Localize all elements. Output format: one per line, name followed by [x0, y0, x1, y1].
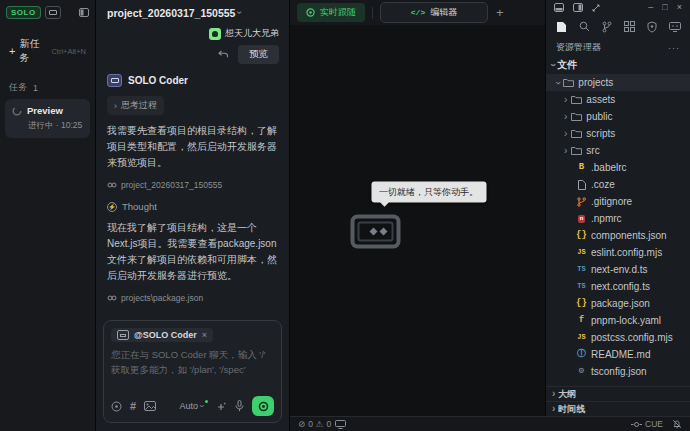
folder-name: public	[586, 111, 612, 122]
chat-input[interactable]	[111, 347, 274, 391]
add-tab-button[interactable]: +	[496, 5, 504, 20]
tree-file[interactable]: B.babelrc	[546, 159, 690, 176]
thinking-status: 思考中 ...	[107, 313, 278, 314]
notifications-muted-icon[interactable]	[672, 419, 682, 429]
file-reference-1[interactable]: project_20260317_150555	[107, 180, 278, 190]
enhance-prompt-icon[interactable]	[216, 401, 227, 412]
folder-icon	[571, 95, 582, 104]
folder-name: src	[586, 145, 599, 156]
file-reference-2[interactable]: projects\package.json	[107, 293, 278, 303]
tree-folder[interactable]: ›src	[546, 142, 690, 159]
assistant-message-1: 我需要先查看项目的根目录结构，了解项目类型和配置，然后启动开发服务器来预览项目。	[107, 123, 278, 171]
chevron-right-icon: ›	[564, 146, 567, 156]
tree-file[interactable]: fpnpm-lock.yaml	[546, 312, 690, 329]
toggle-panel-icon[interactable]	[554, 3, 564, 12]
microphone-icon[interactable]	[235, 400, 244, 412]
file-icon: ⓘ	[576, 350, 587, 359]
send-button[interactable]	[252, 396, 274, 416]
thought-icon: ⚡	[107, 202, 117, 212]
window-controls: – □ ×	[546, 0, 690, 15]
folder-icon	[563, 78, 574, 87]
tree-file[interactable]: {}package.json	[546, 295, 690, 312]
task-item-preview[interactable]: Preview 进行中 · 10:25	[5, 99, 90, 138]
source-control-icon[interactable]	[602, 21, 612, 33]
explorer-panel: – □ ×	[545, 0, 690, 416]
tree-file[interactable]: TSnext-env.d.ts	[546, 261, 690, 278]
chat-header[interactable]: project_20260317_150555 ›	[96, 0, 289, 25]
chevron-down-icon: ›	[197, 405, 207, 408]
new-task-shortcut: Ctrl+Alt+N	[51, 47, 86, 56]
tree-file[interactable]: .gitignore	[546, 193, 690, 210]
tree-file[interactable]: JSpostcss.config.mjs	[546, 329, 690, 346]
debug-icon[interactable]	[647, 21, 657, 33]
file-name: postcss.config.mjs	[591, 332, 673, 343]
tree-file[interactable]: {}components.json	[546, 227, 690, 244]
tree-folder[interactable]: ›assets	[546, 91, 690, 108]
close-icon[interactable]: ×	[202, 330, 207, 340]
problems-indicator[interactable]: ⊘ 0 ⚠ 0	[298, 419, 331, 429]
model-selector[interactable]: Auto ›	[179, 401, 208, 411]
user-account[interactable]: 想天儿大兄弟	[96, 25, 289, 40]
explorer-icon[interactable]	[556, 21, 567, 33]
folder-icon	[571, 129, 582, 138]
spinner-icon	[12, 106, 22, 116]
timeline-section[interactable]: › 时间线	[546, 401, 690, 416]
remote-window-icon[interactable]	[669, 22, 681, 32]
chevron-right-icon: ›	[564, 112, 567, 122]
folder-name: projects	[578, 77, 613, 88]
tools-icon[interactable]	[111, 401, 122, 412]
chat-messages: SOLO Coder › 思考过程 我需要先查看项目的根目录结构，了解项目类型和…	[96, 64, 289, 314]
tab-live-follow[interactable]: 实时跟随	[297, 3, 365, 22]
layout-expand-icon[interactable]	[592, 4, 600, 12]
tree-folder[interactable]: ›scripts	[546, 125, 690, 142]
chat-input-card: @SOLO Coder × # Auto ›	[103, 320, 282, 424]
file-name: next.config.ts	[591, 281, 650, 292]
files-section-header[interactable]: › 文件	[546, 56, 690, 74]
tree-file[interactable]: n.npmrc	[546, 210, 690, 227]
preview-button[interactable]: 预览	[238, 45, 279, 64]
tree-file[interactable]: JSeslint.config.mjs	[546, 244, 690, 261]
new-task-button[interactable]: + 新任务 Ctrl+Alt+N	[6, 33, 89, 69]
chevron-right-icon: ›	[114, 101, 117, 111]
task-status: 进行中 · 10:25	[28, 120, 83, 132]
app-sidebar: SOLO + 新任务 Ctrl+Alt+N 任务 1 Preview 进行中 ·…	[0, 0, 96, 431]
thinking-process-chip[interactable]: › 思考过程	[107, 96, 164, 115]
context-icon[interactable]: #	[130, 400, 136, 412]
file-name: next-env.d.ts	[591, 264, 648, 275]
close-button[interactable]: ×	[677, 3, 682, 12]
ports-icon[interactable]	[335, 420, 346, 429]
live-dot-icon	[306, 8, 315, 17]
extensions-icon[interactable]	[624, 21, 635, 32]
more-actions-icon[interactable]: ···	[668, 43, 680, 53]
file-name: eslint.config.mjs	[591, 247, 662, 258]
tree-folder[interactable]: ›public	[546, 108, 690, 125]
tree-file[interactable]: TSnext.config.ts	[546, 278, 690, 295]
tree-root-projects[interactable]: › projects	[546, 74, 690, 91]
image-icon[interactable]	[144, 401, 156, 411]
cue-indicator[interactable]: CUE	[631, 419, 663, 429]
tab-separator	[372, 7, 373, 19]
collapse-sidebar-icon[interactable]	[79, 8, 89, 17]
undo-icon[interactable]	[218, 50, 229, 59]
chevron-right-icon: ›	[564, 95, 567, 105]
folder-name: scripts	[586, 128, 615, 139]
link-icon	[107, 295, 117, 301]
toggle-sidepanel-icon[interactable]	[573, 3, 583, 12]
file-icon: TS	[576, 266, 587, 273]
search-icon[interactable]	[579, 21, 590, 32]
tree-file[interactable]: .coze	[546, 176, 690, 193]
minimize-button[interactable]: –	[648, 3, 653, 12]
maximize-button[interactable]: □	[662, 3, 667, 12]
chevron-down-icon: ›	[235, 11, 246, 14]
file-name: .npmrc	[591, 213, 622, 224]
model-status-dot	[205, 400, 208, 403]
agent-mention-chip[interactable]: @SOLO Coder ×	[111, 328, 213, 342]
tree-file[interactable]: ⓘREADME.md	[546, 346, 690, 363]
outline-section[interactable]: › 大纲	[546, 386, 690, 401]
tasks-section-label: 任务 1	[9, 81, 86, 94]
tab-editor[interactable]: </> 编辑器	[380, 2, 488, 23]
empty-state-tooltip: 一切就绪，只等你动手。	[371, 181, 486, 202]
assistant-name: SOLO Coder	[128, 75, 188, 86]
file-icon	[576, 197, 587, 207]
tree-file[interactable]: ⚙tsconfig.json	[546, 363, 690, 380]
